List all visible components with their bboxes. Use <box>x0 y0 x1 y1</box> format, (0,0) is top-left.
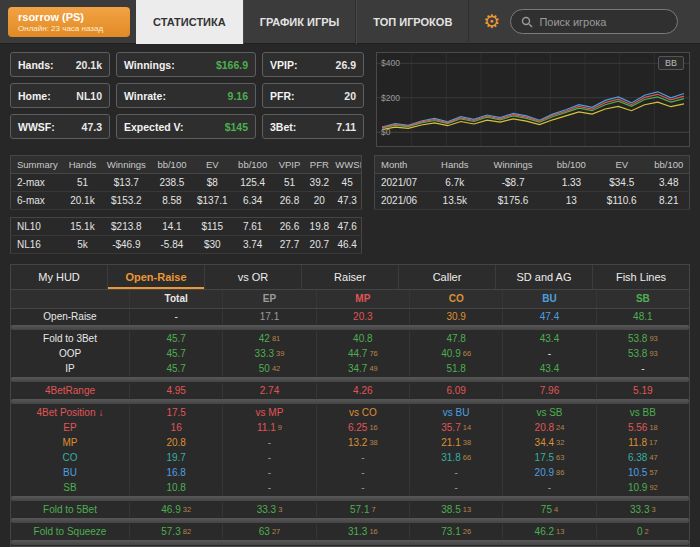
hud-tab[interactable]: SD and AG <box>496 265 593 289</box>
table-cell: -$8.7 <box>478 174 547 192</box>
hud-stat-value: 10.5 <box>628 467 647 478</box>
stat-value: 26.9 <box>336 59 356 71</box>
hud-stat-cell: 33.33 <box>222 502 315 517</box>
hud-stat-value: - <box>361 452 364 463</box>
player-name: rsorrow (PS) <box>18 11 120 23</box>
column-header: PFR <box>305 156 333 174</box>
hud-stat-cell: - <box>409 465 502 480</box>
table-cell: $8 <box>193 174 232 192</box>
stat-label: VPIP: <box>270 59 297 71</box>
hud-stat-cell: 16.8 <box>129 465 222 480</box>
hud-stat-value: vs CO <box>349 407 377 418</box>
hud-row: EP1611.196.251635.71420.8245.5618 <box>11 420 689 435</box>
stat-value: 7.11 <box>336 121 356 133</box>
search-icon <box>521 16 533 28</box>
topbar-tab[interactable]: ГРАФИК ИГРЫ <box>243 0 357 44</box>
topbar-tab[interactable]: СТАТИСТИКА <box>136 0 243 44</box>
hud-row: 4Bet Position↓17.5vs MPvs COvs BUvs SBvs… <box>11 405 689 420</box>
table-cell: 46.4 <box>333 236 361 254</box>
hud-stat-cell: - <box>222 450 315 465</box>
player-chip[interactable]: rsorrow (PS) Онлайн: 23 часа назад <box>8 7 130 37</box>
hud-sample-size: 24 <box>556 423 564 432</box>
hud-stat-cell: - <box>316 465 409 480</box>
hud-stat-value: 34.7 <box>348 363 367 374</box>
table-cell: 13 <box>548 192 595 210</box>
hud-stat-cell: 73.126 <box>409 524 502 539</box>
hud-stat-cell: 5.19 <box>596 383 689 398</box>
hud-separator <box>11 496 689 501</box>
table-row: NL165k-$46.9-5.84$303.7427.720.746.4 <box>11 236 362 254</box>
column-header: bb/100 <box>151 156 193 174</box>
hud-stat-cell: 33.33 <box>596 502 689 517</box>
hud-column-header: CO <box>409 290 502 308</box>
hud-stat-value: 4.26 <box>353 385 372 396</box>
hud-tab[interactable]: Raiser <box>302 265 399 289</box>
player-online-status: Онлайн: 23 часа назад <box>18 24 120 33</box>
stat-box: Expected V:$145 <box>116 114 256 139</box>
hud-stat-value: 30.9 <box>446 311 465 322</box>
hud-stat-cell: 2.74 <box>222 383 315 398</box>
hud-row-label: BU <box>11 465 129 480</box>
hud-row: SB10.8----10.992 <box>11 480 689 495</box>
hud-header-empty <box>11 290 129 308</box>
stat-label: 3Bet: <box>270 121 296 133</box>
search-input[interactable] <box>539 16 667 28</box>
chart-unit-toggle[interactable]: BB <box>658 56 684 70</box>
settings-gear-icon[interactable]: ⚙ <box>483 12 500 31</box>
hud-stat-value: - <box>268 452 271 463</box>
hud-sample-size: 3 <box>278 505 282 514</box>
stat-box: PFR:20 <box>262 83 364 108</box>
hud-row: Fold to 5Bet46.93233.3357.1738.51375433.… <box>11 502 689 517</box>
hud-row: CO19.7--31.86617.5636.3847 <box>11 450 689 465</box>
hud-tab[interactable]: Caller <box>399 265 496 289</box>
table-row: 6-max20.1k$153.28.58$137.16.3426.82047.3 <box>11 192 362 210</box>
hud-stat-value: 17.5 <box>166 407 185 418</box>
table-cell: -$46.9 <box>102 236 151 254</box>
hud-sample-size: 82 <box>183 527 191 536</box>
hud-stat-value: 7.96 <box>540 385 559 396</box>
hud-tab[interactable]: vs OR <box>205 265 302 289</box>
chart-canvas <box>377 53 689 146</box>
hud-stat-value: 53.8 <box>628 333 647 344</box>
table-row: 2021/076.7k-$8.71.33$34.53.48 <box>375 174 690 192</box>
hud-sample-size: 13 <box>463 505 471 514</box>
hud-stat-cell: 44.776 <box>316 346 409 361</box>
hud-sample-size: 16 <box>369 423 377 432</box>
topbar-tab[interactable]: ТОП ИГРОКОВ <box>356 0 469 44</box>
hud-header-row: TotalEPMPCOBUSB <box>11 290 689 309</box>
hud-tab[interactable]: Open-Raise <box>108 265 205 289</box>
hud-column-header: EP <box>222 290 315 308</box>
table-cell: $137.1 <box>193 192 232 210</box>
hud-stat-cell: - <box>129 309 222 324</box>
hud-stat-cell: 45.7 <box>129 346 222 361</box>
row-label: 2021/07 <box>375 174 432 192</box>
sort-down-icon: ↓ <box>98 407 103 418</box>
table-row: 2-max51$13.7238.5$8125.45139.245 <box>11 174 362 192</box>
hud-tabs: My HUDOpen-Raisevs ORRaiserCallerSD and … <box>11 265 689 290</box>
hud-sample-size: 47 <box>649 453 657 462</box>
hud-stat-value: 6.09 <box>446 385 465 396</box>
hud-stat-cell: 19.7 <box>129 450 222 465</box>
hud-stat-cell: - <box>316 480 409 495</box>
hud-stat-cell: - <box>502 480 595 495</box>
hud-tab[interactable]: My HUD <box>11 265 108 289</box>
hud-tab[interactable]: Fish Lines <box>593 265 689 289</box>
stats-grid: Hands:20.1kWinnings:$166.9VPIP:26.9Home:… <box>10 52 364 147</box>
hud-stat-cell: 38.513 <box>409 502 502 517</box>
hud-stat-cell: 48.1 <box>596 309 689 324</box>
table-cell: $153.2 <box>102 192 151 210</box>
hud-sample-size: 49 <box>369 364 377 373</box>
hud-stat-cell: 13.238 <box>316 435 409 450</box>
hud-stat-value: 45.7 <box>166 363 185 374</box>
table-cell: 19.8 <box>305 218 333 236</box>
hud-separator <box>11 377 689 382</box>
stat-box: Winrate:9.16 <box>116 83 256 108</box>
hud-stat-cell: 4281 <box>222 331 315 346</box>
hud-column-header: MP <box>316 290 409 308</box>
stat-label: PFR: <box>270 90 295 102</box>
hud-sample-size: 27 <box>272 527 280 536</box>
table-header-row: SummaryHandsWinningsbb/100EVbb/100VPIPPF… <box>11 156 362 174</box>
hud-sample-size: 32 <box>183 505 191 514</box>
hud-stat-value: 73.1 <box>441 526 460 537</box>
hud-stat-cell: - <box>502 346 595 361</box>
